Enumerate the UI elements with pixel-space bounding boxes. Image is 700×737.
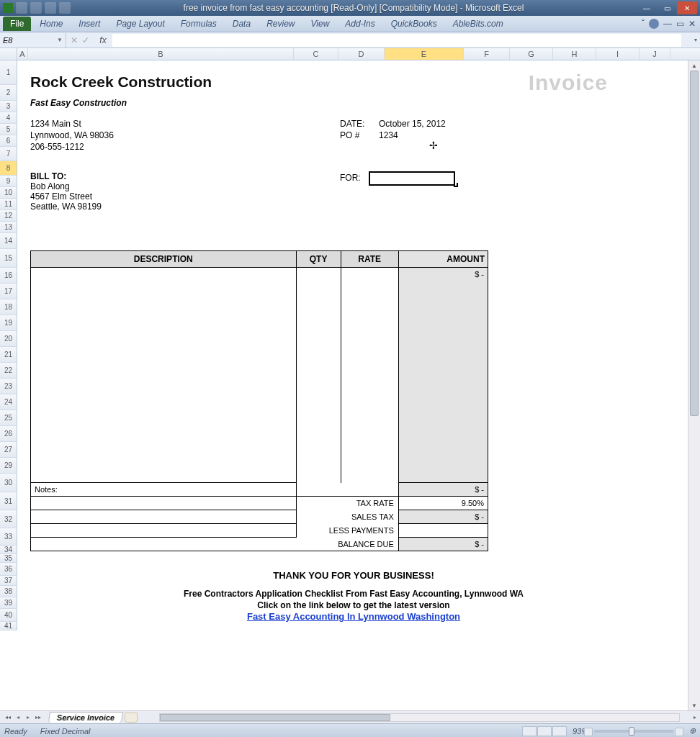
chevron-down-icon[interactable]: ▼ — [57, 37, 63, 43]
tab-formulas[interactable]: Formulas — [174, 17, 224, 31]
tab-nav-first-icon[interactable]: ◂◂ — [3, 713, 13, 723]
row-header-9[interactable]: 9 — [0, 176, 17, 187]
tab-nav-prev-icon[interactable]: ◂ — [13, 713, 23, 723]
workbook-min-icon[interactable]: — — [663, 19, 672, 29]
zoom-in-icon[interactable]: ⊕ — [689, 726, 696, 736]
column-header-D[interactable]: D — [338, 48, 385, 60]
row-header-41[interactable]: 41 — [0, 622, 17, 630]
row-header-27[interactable]: 27 — [0, 442, 17, 458]
tab-ablebits[interactable]: AbleBits.com — [446, 17, 511, 31]
redo-icon[interactable] — [45, 2, 56, 14]
column-header-G[interactable]: G — [510, 48, 553, 60]
tab-quickbooks[interactable]: QuickBooks — [384, 17, 444, 31]
promo-link[interactable]: Fast Easy Accounting In Lynnwood Washing… — [247, 611, 460, 622]
zoom-slider[interactable] — [594, 730, 673, 733]
select-all-corner[interactable] — [0, 48, 17, 60]
row-header-15[interactable]: 15 — [0, 249, 17, 268]
scroll-down-icon[interactable]: ▼ — [688, 700, 700, 710]
formula-expand-icon[interactable]: ▾ — [694, 37, 700, 43]
close-button[interactable]: ✕ — [677, 1, 697, 14]
column-header-A[interactable]: A — [17, 48, 28, 60]
view-normal-button[interactable] — [522, 726, 537, 736]
column-header-B[interactable]: B — [28, 48, 294, 60]
tab-review[interactable]: Review — [259, 17, 302, 31]
row-header-33[interactable]: 33 — [0, 528, 17, 546]
row-header-23[interactable]: 23 — [0, 379, 17, 394]
row-header-22[interactable]: 22 — [0, 363, 17, 379]
view-page-layout-button[interactable] — [537, 726, 552, 736]
column-header-J[interactable]: J — [640, 48, 670, 60]
view-page-break-button[interactable] — [552, 726, 567, 736]
minimize-button[interactable]: — — [637, 1, 657, 14]
sheet-tab-active[interactable]: Service Invoice — [48, 712, 123, 723]
scroll-up-icon[interactable]: ▲ — [688, 60, 700, 71]
fx-button[interactable]: fx — [94, 35, 112, 45]
workbook-close-icon[interactable]: ✕ — [688, 19, 696, 29]
row-header-21[interactable]: 21 — [0, 347, 17, 363]
tab-view[interactable]: View — [304, 17, 337, 31]
row-header-17[interactable]: 17 — [0, 284, 17, 299]
column-header-F[interactable]: F — [464, 48, 510, 60]
tab-home[interactable]: Home — [32, 17, 70, 31]
worksheet[interactable]: ABCDEFGHIJ 12345678910111213141516171819… — [0, 48, 700, 710]
row-header-36[interactable]: 36 — [0, 563, 17, 576]
tab-page-layout[interactable]: Page Layout — [109, 17, 171, 31]
row-header-24[interactable]: 24 — [0, 394, 17, 410]
tab-data[interactable]: Data — [225, 17, 258, 31]
column-header-E[interactable]: E — [385, 48, 464, 60]
scroll-thumb[interactable] — [690, 71, 699, 416]
ribbon-min-icon[interactable]: ˇ — [642, 19, 645, 29]
zoom-thumb[interactable] — [629, 727, 634, 736]
column-header-I[interactable]: I — [596, 48, 640, 60]
column-header-C[interactable]: C — [294, 48, 338, 60]
row-header-32[interactable]: 32 — [0, 510, 17, 528]
row-header-14[interactable]: 14 — [0, 233, 17, 249]
row-header-11[interactable]: 11 — [0, 199, 17, 210]
new-sheet-button[interactable] — [125, 713, 138, 723]
row-header-29[interactable]: 29 — [0, 458, 17, 474]
tab-nav-next-icon[interactable]: ▸ — [23, 713, 33, 723]
row-header-31[interactable]: 31 — [0, 492, 17, 510]
row-header-6[interactable]: 6 — [0, 135, 17, 147]
row-header-18[interactable]: 18 — [0, 299, 17, 315]
row-header-12[interactable]: 12 — [0, 210, 17, 222]
cancel-icon[interactable]: ✕ — [71, 35, 78, 45]
row-header-38[interactable]: 38 — [0, 586, 17, 597]
row-header-26[interactable]: 26 — [0, 426, 17, 442]
tab-addins[interactable]: Add-Ins — [338, 17, 382, 31]
file-tab[interactable]: File — [3, 17, 31, 31]
help-icon[interactable] — [649, 19, 659, 29]
row-header-20[interactable]: 20 — [0, 331, 17, 347]
row-header-3[interactable]: 3 — [0, 101, 17, 112]
row-header-4[interactable]: 4 — [0, 112, 17, 124]
row-header-16[interactable]: 16 — [0, 268, 17, 284]
save-icon[interactable] — [16, 2, 27, 14]
row-header-10[interactable]: 10 — [0, 187, 17, 199]
row-header-13[interactable]: 13 — [0, 222, 17, 233]
row-header-8[interactable]: 8 — [0, 161, 17, 176]
column-header-H[interactable]: H — [553, 48, 596, 60]
row-header-39[interactable]: 39 — [0, 597, 17, 609]
name-box[interactable]: E8 ▼ — [0, 33, 66, 48]
row-header-40[interactable]: 40 — [0, 609, 17, 622]
vertical-scrollbar[interactable]: ▲ ▼ — [688, 60, 700, 710]
qat-more-icon[interactable] — [59, 2, 71, 14]
row-header-1[interactable]: 1 — [0, 60, 17, 85]
row-header-5[interactable]: 5 — [0, 124, 17, 135]
selected-cell[interactable] — [369, 171, 455, 186]
enter-icon[interactable]: ✓ — [82, 35, 89, 45]
row-header-25[interactable]: 25 — [0, 410, 17, 426]
row-header-30[interactable]: 30 — [0, 474, 17, 492]
workbook-restore-icon[interactable]: ▭ — [676, 19, 684, 29]
scroll-right-icon[interactable]: ▸ — [690, 714, 700, 720]
formula-input[interactable] — [112, 34, 681, 47]
tab-insert[interactable]: Insert — [71, 17, 107, 31]
row-header-34[interactable]: 34 — [0, 546, 17, 554]
row-header-35[interactable]: 35 — [0, 554, 17, 563]
undo-icon[interactable] — [30, 2, 42, 14]
row-header-7[interactable]: 7 — [0, 147, 17, 161]
row-header-37[interactable]: 37 — [0, 576, 17, 586]
row-header-19[interactable]: 19 — [0, 315, 17, 331]
sheet-content[interactable]: Rock Creek Construction Invoice Fast Eas… — [17, 60, 687, 710]
maximize-button[interactable]: ▭ — [657, 1, 677, 14]
